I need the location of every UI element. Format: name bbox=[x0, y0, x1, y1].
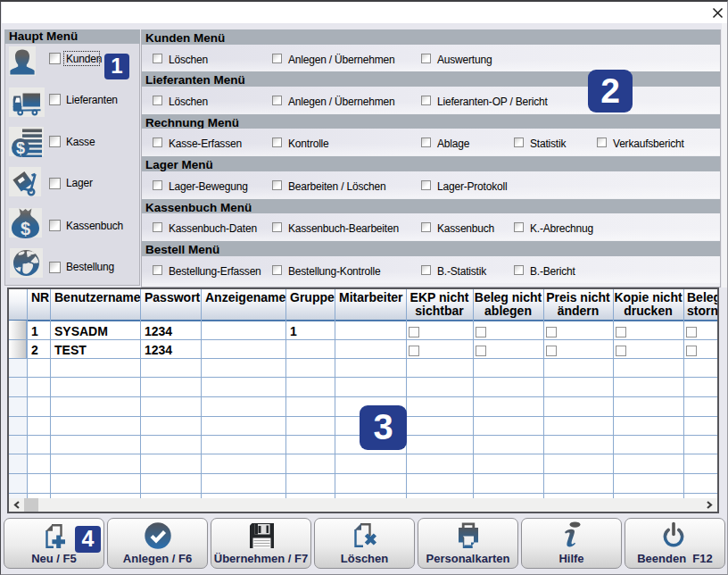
svg-text:$: $ bbox=[21, 219, 30, 238]
svg-text:$: $ bbox=[16, 139, 25, 157]
